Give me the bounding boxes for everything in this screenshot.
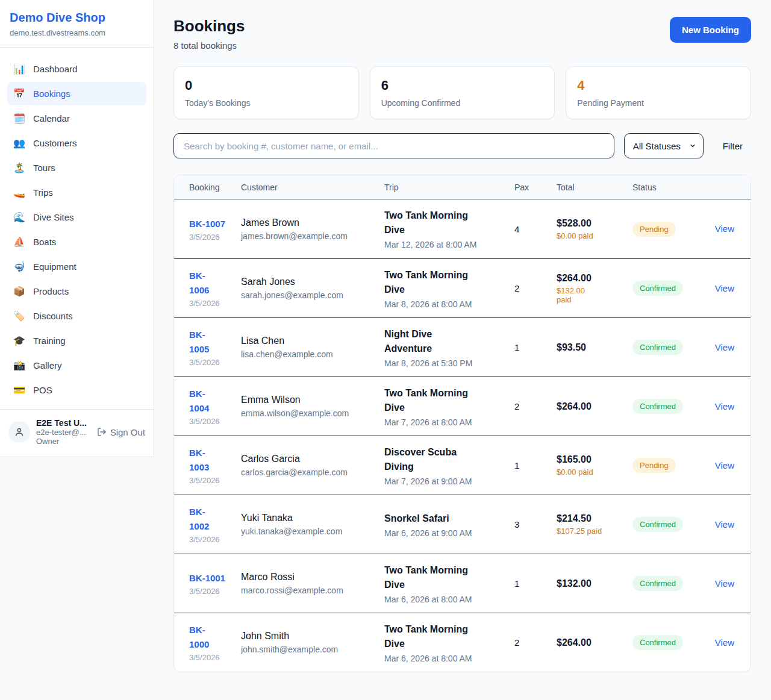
pax-count: 1	[514, 570, 557, 597]
booking-link[interactable]: BK-1003	[189, 446, 214, 475]
sidebar-item-dive-sites[interactable]: 🌊 Dive Sites	[7, 205, 146, 229]
booking-link[interactable]: BK-1002	[189, 505, 214, 534]
booking-date: 3/5/2026	[189, 653, 235, 662]
booking-date: 3/5/2026	[189, 299, 235, 308]
trip-date: Mar 6, 2026 at 9:00 AM	[384, 528, 508, 538]
user-role: Owner	[36, 437, 91, 446]
bookings-table: Booking Customer Trip Pax Total Status B…	[173, 175, 751, 672]
sidebar-item-label: Training	[33, 336, 66, 346]
trip-date: Mar 7, 2026 at 9:00 AM	[384, 477, 508, 486]
brand-name: Demo Dive Shop	[10, 11, 144, 25]
paid-amount: $107.25 paid	[557, 527, 626, 536]
pax-count: 2	[514, 393, 557, 420]
sidebar-item-label: Bookings	[33, 89, 70, 99]
view-link[interactable]: View	[715, 460, 734, 470]
table-row: BK-1007 3/5/2026 James Brown james.brown…	[174, 199, 751, 258]
sidebar-item-label: Products	[33, 286, 69, 296]
table-row: BK-1005 3/5/2026 Lisa Chen lisa.chen@exa…	[174, 317, 751, 377]
stat-label: Today's Bookings	[185, 98, 348, 108]
booking-link[interactable]: BK-1005	[189, 328, 214, 357]
table-header: Booking Customer Trip Pax Total Status	[174, 175, 751, 199]
view-link[interactable]: View	[715, 637, 734, 648]
sidebar-item-products[interactable]: 📦 Products	[7, 280, 146, 303]
sidebar-item-discounts[interactable]: 🏷️ Discounts	[7, 304, 146, 328]
sidebar-item-label: Calendar	[33, 113, 70, 123]
table-row: BK-1002 3/5/2026 Yuki Tanaka yuki.tanaka…	[174, 495, 751, 554]
sidebar-item-boats[interactable]: ⛵ Boats	[7, 230, 146, 254]
sidebar-nav: 📊 Dashboard 📅 Bookings 🗓️ Calendar 👥 Cus…	[0, 48, 154, 410]
trip-date: Mar 8, 2026 at 5:30 PM	[384, 358, 508, 368]
booking-link[interactable]: BK-1000	[189, 623, 214, 652]
customer-email: john.smith@example.com	[241, 645, 378, 654]
customer-name: Carlos Garcia	[241, 454, 378, 464]
status-badge: Confirmed	[632, 517, 683, 532]
trip-name: Two Tank Morning Dive	[384, 563, 472, 592]
sidebar-item-label: Customers	[33, 138, 77, 148]
sidebar-item-calendar[interactable]: 🗓️ Calendar	[7, 107, 146, 130]
trip-name: Two Tank Morning Dive	[384, 208, 472, 237]
booking-link[interactable]: BK-1001	[189, 571, 225, 586]
bar-chart-icon: 📊	[13, 63, 25, 75]
booking-date: 3/5/2026	[189, 587, 235, 596]
pax-count: 1	[514, 452, 557, 479]
stat-label: Pending Payment	[577, 98, 740, 108]
pax-count: 1	[514, 334, 557, 361]
sidebar-item-dashboard[interactable]: 📊 Dashboard	[7, 57, 146, 81]
page-subtitle: 8 total bookings	[173, 40, 245, 51]
logout-icon	[97, 427, 107, 437]
pax-count: 4	[514, 216, 557, 243]
user-info: E2E Test U... e2e-tester@... Owner	[36, 418, 91, 446]
status-badge: Confirmed	[632, 576, 683, 591]
trip-name: Discover Scuba Diving	[384, 445, 472, 474]
sidebar-item-training[interactable]: 🎓 Training	[7, 329, 146, 352]
sidebar-item-label: Dive Sites	[33, 212, 74, 222]
stat-label: Upcoming Confirmed	[381, 98, 544, 108]
view-link[interactable]: View	[715, 283, 734, 293]
total-amount: $132.00	[557, 578, 626, 589]
customer-name: John Smith	[241, 631, 378, 642]
sidebar-item-tours[interactable]: 🏝️ Tours	[7, 156, 146, 180]
status-filter-select[interactable]: All Statuses	[624, 133, 704, 158]
sidebar-item-bookings[interactable]: 📅 Bookings	[7, 82, 146, 105]
view-link[interactable]: View	[715, 519, 734, 530]
total-amount: $528.00	[557, 218, 626, 229]
view-link[interactable]: View	[715, 223, 734, 234]
total-amount: $214.50	[557, 513, 626, 524]
page-title: Bookings	[173, 17, 245, 36]
customer-email: yuki.tanaka@example.com	[241, 527, 378, 536]
column-header-status: Status	[632, 183, 705, 192]
booking-link[interactable]: BK-1004	[189, 387, 214, 416]
view-link[interactable]: View	[715, 578, 734, 589]
brand-domain: demo.test.divestreams.com	[10, 28, 144, 37]
stat-card-todays-bookings: 0 Today's Bookings	[173, 66, 359, 119]
sidebar-item-gallery[interactable]: 📸 Gallery	[7, 354, 146, 377]
new-booking-button[interactable]: New Booking	[670, 17, 751, 43]
trip-date: Mar 7, 2026 at 8:00 AM	[384, 417, 508, 427]
stat-value: 0	[185, 78, 348, 93]
view-link[interactable]: View	[715, 342, 734, 352]
filter-button[interactable]: Filter	[723, 141, 743, 151]
spiral-calendar-icon: 🗓️	[13, 113, 25, 124]
sidebar-item-pos[interactable]: 💳 POS	[7, 378, 146, 402]
sign-out-label: Sign Out	[110, 427, 145, 437]
stat-value: 6	[381, 78, 544, 93]
diving-mask-icon: 🤿	[13, 261, 25, 272]
booking-date: 3/5/2026	[189, 476, 235, 485]
person-icon	[14, 427, 25, 437]
booking-link[interactable]: BK-1006	[189, 269, 214, 298]
view-link[interactable]: View	[715, 401, 734, 411]
sidebar-item-equipment[interactable]: 🤿 Equipment	[7, 255, 146, 278]
paid-amount: $0.00 paid	[557, 467, 626, 477]
sidebar-item-label: Boats	[33, 237, 56, 247]
user-panel: E2E Test U... e2e-tester@... Owner Sign …	[0, 410, 154, 457]
booking-link[interactable]: BK-1007	[189, 217, 225, 231]
search-input[interactable]	[173, 133, 614, 158]
sidebar-item-trips[interactable]: 🚤 Trips	[7, 181, 146, 204]
total-amount: $165.00	[557, 454, 626, 465]
sign-out-button[interactable]: Sign Out	[97, 427, 145, 437]
sidebar-item-customers[interactable]: 👥 Customers	[7, 131, 146, 155]
table-row: BK-1000 3/5/2026 John Smith john.smith@e…	[174, 613, 751, 672]
sidebar-item-label: Equipment	[33, 261, 76, 272]
package-icon: 📦	[13, 286, 25, 297]
status-badge: Confirmed	[632, 635, 683, 650]
